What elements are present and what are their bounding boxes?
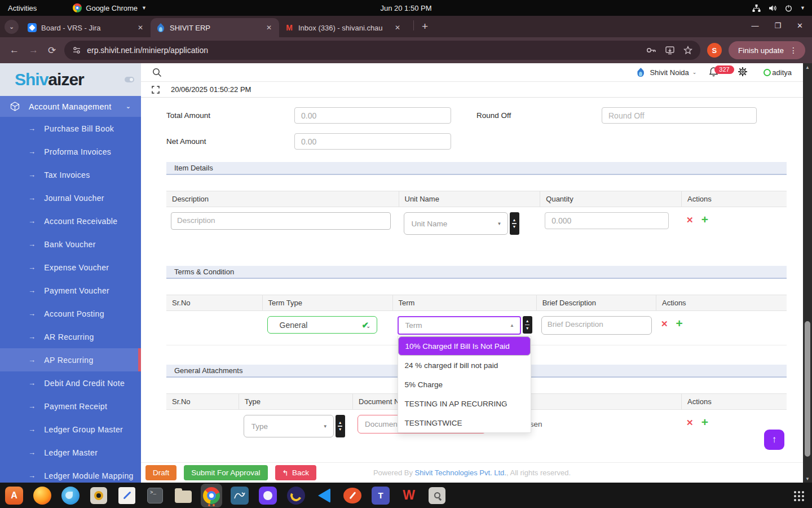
tab-search-button[interactable]: ⌄ <box>5 20 19 34</box>
quantity-field[interactable] <box>545 212 669 229</box>
search-icon[interactable] <box>152 68 162 77</box>
company-selector[interactable]: Shivit Noida ⌄ <box>650 68 696 77</box>
dock-terminal-icon[interactable]: >_ <box>144 485 166 506</box>
finish-update-button[interactable]: Finish update ⋮ <box>729 41 805 59</box>
sidebar-item-proforma-invoices[interactable]: →Proforma Invoices <box>0 140 141 163</box>
round-off-field[interactable] <box>602 107 757 124</box>
sidebar-item-ap-recurring[interactable]: →AP Recurring <box>0 348 141 371</box>
sidebar-section-account-management[interactable]: Account Management ⌄ <box>0 96 141 117</box>
term-spinner[interactable]: ▲▼ <box>523 316 532 334</box>
dock-eclipse-icon[interactable] <box>285 485 307 506</box>
sidebar-item-expense-voucher[interactable]: →Expense Voucher <box>0 256 141 279</box>
dock-screenshot-icon[interactable] <box>426 485 448 506</box>
dock-wps-office-icon[interactable]: W <box>398 485 420 506</box>
scrollbar-track[interactable] <box>803 71 812 475</box>
tab-close-icon[interactable]: ✕ <box>393 24 402 32</box>
sidebar-item-purchase-bill-book[interactable]: →Purchase Bill Book <box>0 117 141 140</box>
sidebar-item-account-posting[interactable]: →Account Posting <box>0 302 141 325</box>
unit-name-spinner[interactable]: ▲▼ <box>510 212 519 235</box>
sidebar-item-ar-recurring[interactable]: →AR Recurring <box>0 325 141 348</box>
submit-for-approval-button[interactable]: Submit For Approval <box>184 465 267 480</box>
dock-text-editor-icon[interactable] <box>116 485 138 506</box>
shivit-link[interactable]: Shivit Technologies Pvt. Ltd. <box>415 468 506 477</box>
attachment-type-select[interactable]: Type ▼ <box>244 415 334 437</box>
system-tray[interactable]: ▼ <box>752 5 805 12</box>
term-option[interactable]: 10% Charged If Bill Is Not Paid <box>398 336 531 356</box>
install-app-icon[interactable] <box>665 46 674 55</box>
browser-menu-icon[interactable]: ⋮ <box>789 46 797 55</box>
app-menu[interactable]: Google Chrome ▼ <box>73 3 147 12</box>
sidebar-item-payment-receipt[interactable]: →Payment Receipt <box>0 395 141 418</box>
dock-files-icon[interactable] <box>173 485 194 506</box>
new-tab-button[interactable]: + <box>422 20 428 33</box>
remove-row-icon[interactable]: ✕ <box>661 319 668 329</box>
dock-mysql-workbench-icon[interactable] <box>229 485 250 506</box>
bookmark-star-icon[interactable] <box>683 46 692 55</box>
sidebar-item-bank-voucher[interactable]: →Bank Voucher <box>0 233 141 256</box>
sidebar-item-journal-voucher[interactable]: →Journal Voucher <box>0 186 141 209</box>
tab-jira[interactable]: Board - VRS - Jira ✕ <box>22 18 151 37</box>
fullscreen-icon[interactable] <box>152 86 160 94</box>
sidebar-item-account-receivable[interactable]: →Account Receivable <box>0 209 141 233</box>
address-bar[interactable]: erp.shivit.net.in/minierp/application <box>64 41 700 60</box>
sidebar-item-debit-and-credit-note[interactable]: →Debit And Credit Note <box>0 371 141 395</box>
dock-teams-icon[interactable]: T <box>370 485 391 506</box>
term-option[interactable]: 5% Charge <box>398 375 531 394</box>
remove-row-icon[interactable]: ✕ <box>686 215 694 225</box>
url-text[interactable]: erp.shivit.net.in/minierp/application <box>87 46 646 55</box>
reload-icon[interactable]: ⟳ <box>48 45 56 56</box>
clock[interactable]: Jun 20 1:50 PM <box>380 4 431 12</box>
item-description-input[interactable] <box>171 212 391 230</box>
back-button[interactable]: ↰Back <box>275 465 316 480</box>
scroll-to-top-button[interactable]: ↑ <box>764 430 784 450</box>
dock-ubuntu-software-icon[interactable]: A <box>3 485 25 506</box>
dock-firefox-icon[interactable] <box>32 485 53 506</box>
tab-shivit-erp[interactable]: SHIVIT ERP ✕ <box>151 18 279 37</box>
term-option[interactable]: TESTINGTWICE <box>398 413 531 432</box>
password-key-icon[interactable] <box>646 46 656 54</box>
add-row-icon[interactable]: + <box>701 215 708 225</box>
sidebar-item-payment-voucher[interactable]: →Payment Voucher <box>0 279 141 302</box>
term-select[interactable]: Term ▲ <box>398 316 521 335</box>
draft-button[interactable]: Draft <box>145 465 176 480</box>
term-type-select[interactable]: General ✔⌄ <box>267 316 377 334</box>
dock-vscode-icon[interactable] <box>314 485 335 506</box>
notifications-button[interactable]: 327 <box>709 67 718 78</box>
tab-close-icon[interactable]: ✕ <box>264 24 273 32</box>
sidebar-item-ledger-module-mapping[interactable]: →Ledger Module Mapping <box>0 464 141 483</box>
net-amount-field[interactable] <box>294 133 451 150</box>
term-option[interactable]: TESTING IN AP RECURRING <box>398 394 531 413</box>
sidebar-item-tax-invoices[interactable]: →Tax Invoices <box>0 163 141 186</box>
dock-sql-developer-icon[interactable] <box>342 485 363 506</box>
scrollbar-thumb[interactable] <box>805 321 810 457</box>
user-menu[interactable]: aditya <box>764 68 792 77</box>
add-row-icon[interactable]: + <box>701 418 708 428</box>
tab-close-icon[interactable]: ✕ <box>136 24 145 32</box>
scrollbar-up-icon[interactable]: ▲ <box>803 63 812 71</box>
dock-rhythmbox-icon[interactable] <box>88 485 109 506</box>
page-scrollbar[interactable]: ▲ ▼ <box>803 63 812 483</box>
site-info-icon[interactable] <box>72 46 81 55</box>
restore-button[interactable]: ❐ <box>774 21 781 30</box>
dock-github-icon[interactable] <box>257 485 279 506</box>
add-row-icon[interactable]: + <box>676 319 683 329</box>
back-icon[interactable]: ← <box>10 45 19 56</box>
sidebar-item-ledger-group-master[interactable]: →Ledger Group Master <box>0 418 141 441</box>
sidebar-item-ledger-master[interactable]: →Ledger Master <box>0 441 141 464</box>
sidebar-toggle-icon[interactable] <box>125 77 134 82</box>
activities-button[interactable]: Activities <box>8 4 37 12</box>
profile-avatar[interactable]: S <box>707 43 722 58</box>
remove-row-icon[interactable]: ✕ <box>686 418 694 428</box>
dock-thunderbird-icon[interactable] <box>60 485 81 506</box>
brief-description-input[interactable] <box>541 316 652 335</box>
scrollbar-down-icon[interactable]: ▼ <box>803 475 812 483</box>
close-button[interactable]: ✕ <box>797 21 803 30</box>
brand-logo[interactable]: Shivaizer <box>0 63 141 96</box>
show-applications-icon[interactable] <box>794 491 804 501</box>
forward-icon[interactable]: → <box>29 45 38 56</box>
term-option[interactable]: 24 % charged if bill not paid <box>398 356 531 375</box>
unit-name-select[interactable]: Unit Name ▼ <box>404 212 508 235</box>
settings-button[interactable] <box>738 67 748 78</box>
attachment-type-spinner[interactable]: ▲▼ <box>336 415 345 437</box>
minimize-button[interactable]: — <box>751 21 758 30</box>
